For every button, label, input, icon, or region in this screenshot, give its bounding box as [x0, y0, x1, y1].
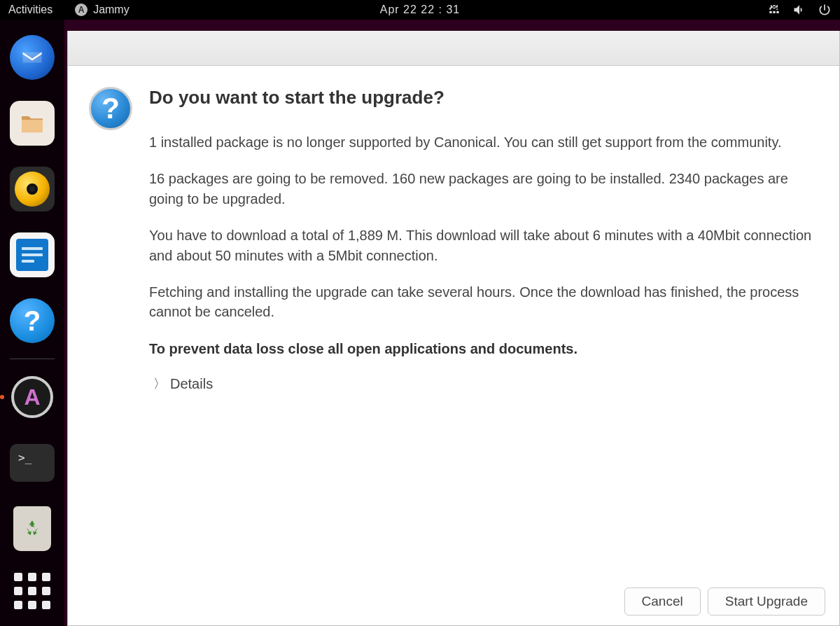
dialog-paragraph-unsupported: 1 installed package is no longer support…	[149, 132, 814, 152]
dock-divider	[10, 359, 55, 359]
cancel-button[interactable]: Cancel	[624, 587, 701, 615]
chevron-right-icon: 〉	[153, 375, 166, 392]
details-expander[interactable]: 〉 Details	[153, 375, 814, 392]
dialog-warning: To prevent data loss close all open appl…	[149, 339, 814, 359]
start-upgrade-button[interactable]: Start Upgrade	[708, 587, 825, 615]
details-label: Details	[170, 376, 213, 392]
dock-rhythmbox[interactable]	[10, 167, 55, 211]
show-applications-button[interactable]	[14, 573, 50, 609]
folder-icon	[18, 109, 46, 137]
dock-terminal[interactable]: >_	[10, 440, 55, 485]
dock-software-updater[interactable]: A	[10, 375, 55, 419]
speaker-icon	[15, 172, 50, 207]
volume-icon[interactable]	[792, 3, 806, 17]
window-titlebar[interactable]	[68, 31, 839, 66]
dock-files[interactable]	[10, 101, 55, 146]
updater-icon: A	[11, 376, 53, 418]
activities-button[interactable]: Activities	[8, 4, 52, 16]
dialog-heading: Do you want to start the upgrade?	[149, 87, 814, 109]
top-bar: Activities A Jammy Apr 22 22 : 31	[0, 0, 840, 20]
dialog-paragraph-download: You have to download a total of 1,889 M.…	[149, 225, 814, 265]
dialog-paragraph-packages: 16 packages are going to be removed. 160…	[149, 169, 814, 209]
dialog-paragraph-duration: Fetching and installing the upgrade can …	[149, 282, 814, 322]
app-menu[interactable]: A Jammy	[75, 4, 130, 16]
clock[interactable]: Apr 22 22 : 31	[380, 4, 461, 16]
dialog-button-row: Cancel Start Upgrade	[68, 587, 839, 625]
thunderbird-icon	[10, 35, 55, 80]
network-icon[interactable]	[767, 3, 781, 17]
dock-libreoffice-writer[interactable]	[10, 232, 55, 277]
terminal-icon: >_	[10, 444, 55, 482]
document-icon	[16, 239, 48, 271]
dock-thunderbird[interactable]	[10, 35, 55, 80]
power-icon[interactable]	[818, 3, 832, 17]
dock: ? A >_	[0, 20, 64, 626]
trash-icon	[13, 506, 51, 551]
updater-appmenu-icon: A	[75, 4, 88, 16]
upgrade-dialog-window: ? Do you want to start the upgrade? 1 in…	[67, 31, 840, 626]
app-menu-label: Jammy	[93, 4, 130, 16]
dock-trash[interactable]	[10, 506, 55, 551]
help-icon: ?	[10, 298, 55, 343]
dialog-question-icon: ?	[89, 87, 132, 587]
dock-help[interactable]: ?	[10, 298, 55, 343]
